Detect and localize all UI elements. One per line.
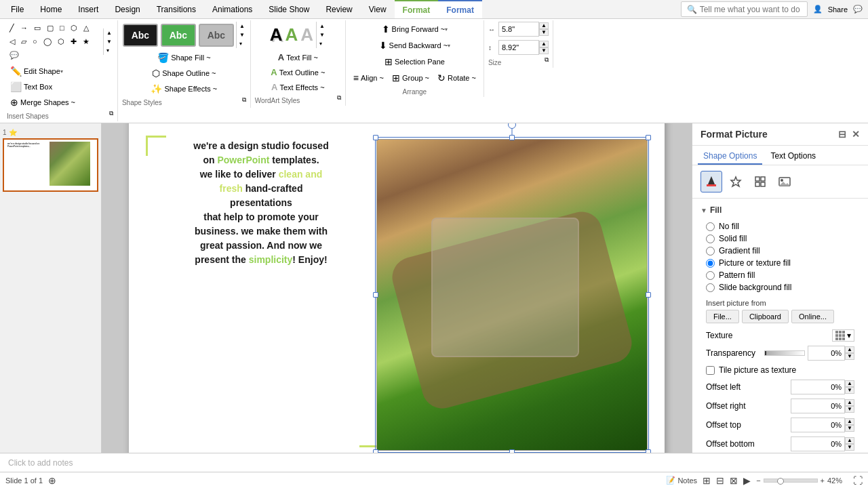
triangle-icon[interactable]: △ <box>81 22 92 35</box>
star-icon[interactable]: ★ <box>80 35 92 48</box>
squareicon[interactable]: □ <box>57 22 67 35</box>
notes-bar[interactable]: Click to add notes <box>0 453 868 472</box>
slide-thumbnail[interactable]: we're a design studio focused on PowerPo… <box>3 138 98 192</box>
tab-file[interactable]: File <box>3 0 32 18</box>
group-button[interactable]: ⊞ Group ~ <box>389 70 433 85</box>
edit-shape-button[interactable]: ✏️ Edit Shape ▾ <box>7 64 66 79</box>
insert-shapes-expand[interactable]: ⧉ <box>109 110 113 120</box>
rotate-button[interactable]: ↻ Rotate ~ <box>434 70 479 85</box>
rrect-icon[interactable]: ▢ <box>44 22 56 35</box>
send-backward-button[interactable]: ⬇ Send Backward ~ ▾ <box>376 38 454 53</box>
gradient-fill-option[interactable]: Gradient fill <box>706 246 854 256</box>
texture-dropdown-icon[interactable]: ▾ <box>847 331 851 340</box>
offset-right-down[interactable]: ▼ <box>845 406 854 413</box>
online-button[interactable]: Online... <box>791 310 834 323</box>
tab-shape-options[interactable]: Shape Options <box>698 148 762 165</box>
style-scroll-down[interactable]: ▼ <box>238 30 246 39</box>
tab-view[interactable]: View <box>361 0 395 18</box>
align-button[interactable]: ≡ Align ~ <box>350 70 387 85</box>
width-input[interactable] <box>498 22 539 37</box>
para-icon[interactable]: ▱ <box>18 35 29 48</box>
panel-close-button[interactable]: ✕ <box>852 129 860 140</box>
transparency-slider[interactable] <box>764 350 805 356</box>
cylinder-icon[interactable]: ⬡ <box>68 22 80 35</box>
notes-button[interactable]: 📝 Notes <box>666 476 697 485</box>
offset-left-down[interactable]: ▼ <box>845 387 854 394</box>
cross-icon[interactable]: ✚ <box>68 35 79 48</box>
shape-styles-expand[interactable]: ⧉ <box>242 96 246 106</box>
width-control[interactable]: ↔ ▲ ▼ <box>488 22 549 37</box>
layout-icon-btn[interactable] <box>749 171 771 192</box>
offset-bottom-down[interactable]: ▼ <box>845 444 854 451</box>
view-slideshow-icon[interactable]: ▶ <box>743 475 751 486</box>
style-scroll-up[interactable]: ▲ <box>238 22 246 30</box>
tab-transitions[interactable]: Transitions <box>149 0 204 18</box>
view-normal-icon[interactable]: ⊞ <box>703 475 711 486</box>
panel-collapse-button[interactable]: ⊟ <box>838 129 846 140</box>
slide-fill-radio[interactable] <box>706 283 715 292</box>
slide-image[interactable] <box>376 139 648 451</box>
picture-icon-btn[interactable] <box>774 171 795 192</box>
height-up[interactable]: ▲ <box>539 41 549 47</box>
wordart-style-1[interactable]: A <box>270 24 283 45</box>
offset-top-input[interactable] <box>791 418 845 432</box>
slide-text-content[interactable]: we're a design studio focused on PowerPo… <box>146 139 376 267</box>
wordart-style-3[interactable]: A <box>300 24 313 45</box>
tab-format2[interactable]: Format <box>438 0 482 18</box>
hexagon-icon[interactable]: ⬡ <box>55 35 67 48</box>
tab-home[interactable]: Home <box>32 0 70 18</box>
wordart-scroll-up[interactable]: ▲ <box>318 22 326 30</box>
wordart-expand[interactable]: ▾ <box>318 39 326 48</box>
tab-design[interactable]: Design <box>106 0 148 18</box>
zoom-out-icon[interactable]: − <box>756 476 760 485</box>
oval-icon[interactable]: ◯ <box>41 35 54 48</box>
transparency-input[interactable] <box>808 346 845 361</box>
wordart-expand[interactable]: ⧉ <box>337 94 341 104</box>
effects-icon-btn[interactable] <box>725 171 747 192</box>
shape-effects-button[interactable]: ✨ Shape Effects ~ <box>147 81 220 96</box>
shape-fill-button[interactable]: 🪣 Shape Fill ~ <box>154 50 214 65</box>
offset-left-up[interactable]: ▲ <box>845 380 854 387</box>
offset-bottom-input[interactable] <box>791 436 845 451</box>
file-button[interactable]: File... <box>706 310 739 323</box>
width-up[interactable]: ▲ <box>539 22 549 29</box>
tab-format1[interactable]: Format <box>395 0 439 18</box>
shape-style-3[interactable]: Abc <box>199 24 234 47</box>
tile-checkbox[interactable] <box>706 366 715 375</box>
tab-insert[interactable]: Insert <box>70 0 106 18</box>
tab-text-options[interactable]: Text Options <box>765 148 821 165</box>
no-fill-option[interactable]: No fill <box>706 222 854 231</box>
merge-shapes-button[interactable]: ⊕ Merge Shapes ~ <box>7 95 79 110</box>
arrow-icon[interactable]: → <box>18 22 31 35</box>
text-fill-button[interactable]: A Text Fill ~ <box>275 50 321 64</box>
share-label[interactable]: Share <box>828 5 848 14</box>
selection-pane-button[interactable]: ⊞ Selection Pane <box>381 54 448 69</box>
shapes-scroll-down[interactable]: ▼ <box>105 37 113 46</box>
gradient-fill-radio[interactable] <box>706 247 715 256</box>
transparency-up[interactable]: ▲ <box>845 346 854 353</box>
view-slide-sorter-icon[interactable]: ⊟ <box>716 475 724 486</box>
wordart-style-2[interactable]: A <box>285 24 298 45</box>
fill-section-header[interactable]: ▼ Fill <box>701 201 860 219</box>
view-reading-icon[interactable]: ⊠ <box>730 475 738 486</box>
tab-review[interactable]: Review <box>317 0 360 18</box>
offset-top-down[interactable]: ▼ <box>845 425 854 432</box>
bring-forward-button[interactable]: ⬆ Bring Forward ~ ▾ <box>378 22 452 37</box>
tab-animations[interactable]: Animations <box>204 0 260 18</box>
width-down[interactable]: ▼ <box>539 29 549 36</box>
search-input[interactable] <box>700 5 802 14</box>
solid-fill-option[interactable]: Solid fill <box>706 234 854 243</box>
shape-outline-button[interactable]: ⬡ Shape Outline ~ <box>149 66 219 81</box>
rotate-handle[interactable] <box>508 123 516 129</box>
rect-icon[interactable]: ▭ <box>31 22 43 35</box>
pattern-fill-option[interactable]: Pattern fill <box>706 270 854 280</box>
rtriangle-icon[interactable]: ◁ <box>7 35 18 48</box>
offset-right-input[interactable] <box>791 399 845 413</box>
shapes-expand[interactable]: ▾ <box>105 46 113 55</box>
send-backward-dropdown[interactable]: ▾ <box>448 43 450 49</box>
pattern-fill-radio[interactable] <box>706 271 715 280</box>
offset-right-up[interactable]: ▲ <box>845 399 854 406</box>
clipboard-button[interactable]: Clipboard <box>742 310 789 323</box>
line-icon[interactable]: ╱ <box>7 22 17 35</box>
fill-line-icon-btn[interactable] <box>701 171 722 192</box>
